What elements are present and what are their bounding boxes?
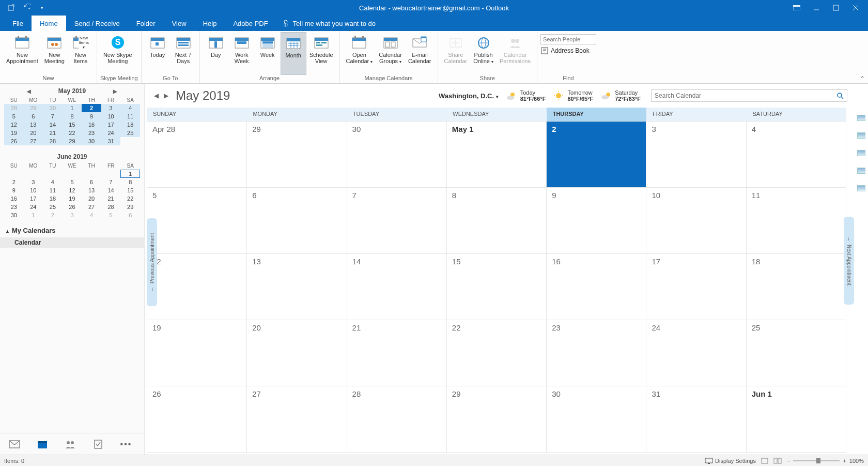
day-cell[interactable]: 28 bbox=[347, 386, 446, 452]
minical-day[interactable]: 27 bbox=[82, 203, 101, 211]
day-cell[interactable]: 29 bbox=[446, 386, 546, 452]
minical-day[interactable]: 25 bbox=[120, 129, 140, 137]
minical-day[interactable]: 3 bbox=[24, 178, 43, 186]
day-cell[interactable]: 20 bbox=[246, 320, 346, 386]
close-icon[interactable] bbox=[848, 3, 863, 13]
weather-tomorrow[interactable]: Tomorrow80°F/65°F bbox=[553, 89, 593, 102]
new-meeting-button[interactable]: New Meeting bbox=[41, 32, 68, 75]
day-cell[interactable]: 31 bbox=[646, 386, 746, 452]
day-cell[interactable]: 30 bbox=[347, 122, 446, 187]
minical-day[interactable]: 23 bbox=[82, 129, 101, 137]
minical-day[interactable]: 25 bbox=[43, 203, 63, 211]
mail-icon[interactable] bbox=[8, 438, 21, 450]
tab-folder[interactable]: Folder bbox=[128, 16, 164, 31]
minical-day[interactable]: 9 bbox=[82, 112, 101, 121]
minical-day[interactable]: 13 bbox=[24, 121, 43, 129]
minical-day[interactable]: 28 bbox=[4, 104, 24, 112]
minical-prev-icon[interactable]: ◀ bbox=[25, 87, 33, 95]
weather-today[interactable]: Today81°F/66°F bbox=[506, 89, 546, 102]
minical-day[interactable]: 1 bbox=[24, 211, 43, 219]
minical-day[interactable]: 16 bbox=[4, 194, 24, 203]
zoom-out-icon[interactable]: − bbox=[787, 458, 790, 464]
day-cell[interactable]: 17 bbox=[646, 254, 746, 320]
tab-home[interactable]: Home bbox=[32, 16, 66, 31]
minical-day[interactable]: 22 bbox=[120, 194, 140, 203]
minical-day[interactable] bbox=[24, 170, 43, 178]
collapse-ribbon-icon[interactable]: ⌃ bbox=[860, 75, 865, 82]
day-cell[interactable]: 15 bbox=[446, 254, 546, 320]
minical-day[interactable]: 19 bbox=[4, 129, 24, 137]
minical-day[interactable]: 20 bbox=[82, 194, 101, 203]
search-calendar-input[interactable] bbox=[655, 92, 836, 99]
view-reading-icon[interactable] bbox=[773, 458, 782, 464]
next-appointment-tab[interactable]: →Next Appointment bbox=[844, 217, 854, 305]
day-cell[interactable]: 18 bbox=[746, 254, 846, 320]
zoom-in-icon[interactable]: + bbox=[843, 458, 846, 464]
minical-day[interactable]: 11 bbox=[43, 186, 63, 194]
minical-day[interactable]: 6 bbox=[24, 112, 43, 121]
minical-day[interactable]: 7 bbox=[43, 112, 63, 121]
minical-day[interactable]: 1 bbox=[63, 104, 82, 112]
tab-file[interactable]: File bbox=[4, 16, 32, 31]
search-calendar[interactable] bbox=[651, 89, 847, 102]
zoom-slider[interactable]: − + 100% bbox=[787, 458, 864, 464]
calendar-item[interactable]: Calendar bbox=[0, 237, 144, 248]
day-cell[interactable]: 3 bbox=[646, 122, 746, 187]
mini-calendar-may[interactable]: ◀May 2019▶SUMOTUWETHFRSA2829301234567891… bbox=[0, 84, 144, 149]
minical-day[interactable]: 2 bbox=[82, 104, 101, 112]
minical-day[interactable]: 7 bbox=[101, 178, 121, 186]
tell-me[interactable]: Tell me what you want to do bbox=[276, 16, 382, 31]
day-cell[interactable]: 16 bbox=[546, 254, 646, 320]
more-icon[interactable]: ••• bbox=[120, 438, 132, 450]
day-button[interactable]: Day bbox=[203, 32, 229, 75]
tab-adobe-pdf[interactable]: Adobe PDF bbox=[225, 16, 276, 31]
search-icon[interactable] bbox=[836, 92, 844, 99]
day-cell[interactable]: 21 bbox=[347, 320, 446, 386]
minical-day[interactable]: 30 bbox=[82, 137, 101, 145]
minical-day[interactable]: 9 bbox=[4, 186, 24, 194]
day-cell[interactable]: 8 bbox=[446, 188, 546, 253]
qa-export-icon[interactable] bbox=[6, 3, 16, 12]
minical-day[interactable]: 20 bbox=[24, 129, 43, 137]
e-mail-calendar-button[interactable]: E-mail Calendar bbox=[405, 32, 435, 75]
address-book-button[interactable]: Address Book bbox=[540, 47, 596, 55]
minical-day[interactable] bbox=[101, 170, 121, 178]
minical-next-icon[interactable]: ▶ bbox=[111, 87, 119, 95]
minical-day[interactable]: 21 bbox=[101, 194, 121, 203]
minical-day[interactable]: 26 bbox=[4, 137, 24, 145]
rail-week-icon[interactable] bbox=[857, 132, 865, 139]
minical-day[interactable] bbox=[43, 170, 63, 178]
rail-day-icon[interactable] bbox=[857, 115, 865, 121]
tab-send-receive[interactable]: Send / Receive bbox=[66, 16, 128, 31]
day-cell[interactable]: 6 bbox=[246, 188, 346, 253]
day-cell[interactable]: 23 bbox=[546, 320, 646, 386]
minical-day[interactable]: 18 bbox=[43, 194, 63, 203]
next-month-icon[interactable]: ▶ bbox=[162, 91, 171, 100]
day-cell[interactable]: 5 bbox=[147, 188, 246, 253]
week-button[interactable]: Week bbox=[255, 32, 281, 75]
minical-day[interactable]: 24 bbox=[101, 129, 121, 137]
minical-day[interactable]: 10 bbox=[101, 112, 121, 121]
calendar-icon[interactable] bbox=[36, 438, 49, 450]
day-cell[interactable]: 24 bbox=[646, 320, 746, 386]
mini-calendar-june[interactable]: June 2019SUMOTUWETHFRSA12345678910111213… bbox=[0, 149, 144, 223]
previous-appointment-tab[interactable]: ←Previous Appointment bbox=[147, 218, 157, 306]
weather-location[interactable]: Washington, D.C. ▾ bbox=[439, 92, 499, 100]
minical-day[interactable] bbox=[63, 170, 82, 178]
minimize-icon[interactable] bbox=[809, 3, 824, 13]
view-normal-icon[interactable] bbox=[761, 458, 768, 464]
minical-day[interactable]: 18 bbox=[120, 121, 140, 129]
minical-day[interactable]: 10 bbox=[24, 186, 43, 194]
day-cell[interactable]: May 1 bbox=[446, 122, 546, 187]
minical-day[interactable]: 26 bbox=[63, 203, 82, 211]
day-cell[interactable]: 4 bbox=[746, 122, 846, 187]
minical-day[interactable]: 6 bbox=[82, 178, 101, 186]
minical-day[interactable]: 31 bbox=[101, 137, 121, 145]
today-button[interactable]: Today bbox=[145, 32, 171, 75]
day-cell[interactable]: 29 bbox=[246, 122, 346, 187]
day-cell[interactable]: 30 bbox=[546, 386, 646, 452]
minical-day[interactable]: 5 bbox=[101, 211, 121, 219]
new-items-button[interactable]: New Items ▾New Items bbox=[68, 32, 94, 75]
minical-day[interactable]: 14 bbox=[101, 186, 121, 194]
minical-day[interactable]: 17 bbox=[24, 194, 43, 203]
